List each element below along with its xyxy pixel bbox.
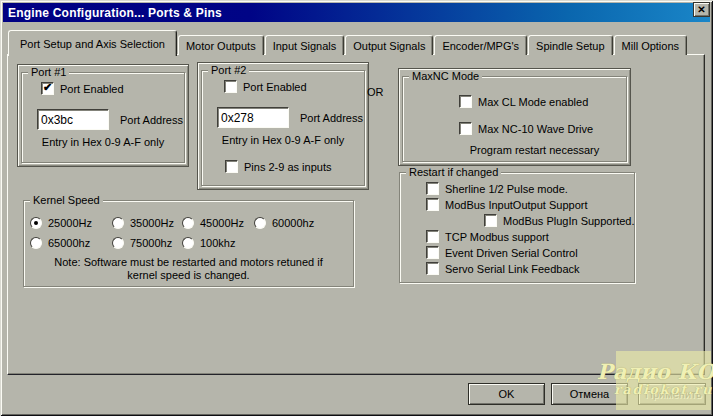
titlebar[interactable]: Engine Configuration... Ports & Pins [3, 3, 710, 22]
maxnc-cl-row: Max CL Mode enabled [459, 95, 588, 108]
or-label: OR [367, 86, 384, 98]
restart-modbus-plugin-checkbox[interactable] [484, 214, 497, 227]
port2-group-title: Port #2 [208, 64, 249, 77]
port2-enabled-row: Port Enabled [224, 80, 307, 93]
restart-event-serial-label: Event Driven Serial Control [445, 247, 578, 259]
restart-modbus-plugin-label: ModBus PlugIn Supported. [503, 215, 634, 227]
tab-port-setup[interactable]: Port Setup and Axis Selection [8, 30, 177, 56]
kernel-35000-row: 35000Hz [112, 217, 174, 229]
kernel-note-line1: Note: Software must be restarted and mot… [24, 256, 353, 268]
port2-address-input[interactable] [217, 107, 289, 128]
kernel-35000-label: 35000Hz [130, 217, 174, 229]
window-title: Engine Configuration... Ports & Pins [8, 6, 222, 20]
kernel-35000-radio[interactable] [112, 217, 124, 229]
port1-enabled-label: Port Enabled [60, 83, 124, 95]
restart-modbus-io-row: ModBus InputOutput Support [426, 198, 587, 211]
kernel-45000-radio[interactable] [182, 217, 194, 229]
tab-panel-port-setup: Port #1 Port Enabled Port Address Entry … [7, 54, 705, 375]
restart-event-serial-checkbox[interactable] [426, 246, 439, 259]
restart-modbus-plugin-row: ModBus PlugIn Supported. [484, 214, 634, 227]
restart-sherline-label: Sherline 1/2 Pulse mode. [445, 183, 568, 195]
maxnc-note: Program restart necessary [443, 144, 626, 156]
kernel-65000-radio[interactable] [30, 237, 42, 249]
kernel-60000-row: 60000hz [254, 217, 314, 229]
tab-encoder-mpgs[interactable]: Encoder/MPG's [434, 35, 527, 55]
kernel-25000-radio[interactable] [30, 217, 42, 229]
restart-tcp-modbus-checkbox[interactable] [426, 230, 439, 243]
kernel-75000-radio[interactable] [112, 237, 124, 249]
restart-event-serial-row: Event Driven Serial Control [426, 246, 578, 259]
restart-tcp-modbus-row: TCP Modbus support [426, 230, 549, 243]
port1-address-input[interactable] [37, 109, 109, 130]
restart-sherline-row: Sherline 1/2 Pulse mode. [426, 182, 568, 195]
close-button[interactable]: ✕ [693, 2, 710, 17]
port2-enabled-label: Port Enabled [243, 81, 307, 93]
restart-group: Restart if changed Sherline 1/2 Pulse mo… [399, 172, 635, 283]
kernel-60000-label: 60000hz [272, 217, 314, 229]
port1-enabled-checkbox[interactable] [41, 82, 54, 95]
kernel-100k-row: 100khz [182, 237, 235, 249]
restart-group-title: Restart if changed [406, 166, 501, 179]
tab-spindle-setup[interactable]: Spindle Setup [528, 35, 613, 55]
close-icon: ✕ [697, 5, 705, 15]
maxnc-wave-label: Max NC-10 Wave Drive [478, 123, 593, 135]
engine-configuration-dialog: Engine Configuration... Ports & Pins ✕ P… [0, 0, 713, 416]
port2-pins-checkbox[interactable] [225, 160, 238, 173]
maxnc-cl-label: Max CL Mode enabled [478, 96, 588, 108]
maxnc-frame: MaxNC Mode Max CL Mode enabled Max NC-10… [398, 68, 631, 166]
port1-address-label: Port Address [120, 114, 183, 126]
port2-frame: Port #2 Port Enabled Port Address Entry … [197, 62, 369, 190]
port2-enabled-checkbox[interactable] [224, 80, 237, 93]
tab-input-signals[interactable]: Input Signals [265, 35, 345, 55]
tab-motor-outputs[interactable]: Motor Outputs [178, 35, 264, 55]
port2-group: Port #2 Port Enabled Port Address Entry … [201, 70, 365, 186]
kernel-65000-row: 65000hz [30, 237, 90, 249]
kernel-25000-label: 25000Hz [48, 217, 92, 229]
kernel-100k-label: 100khz [200, 237, 235, 249]
restart-sherline-checkbox[interactable] [426, 182, 439, 195]
maxnc-wave-row: Max NC-10 Wave Drive [459, 122, 593, 135]
maxnc-group: MaxNC Mode Max CL Mode enabled Max NC-10… [402, 76, 627, 162]
kernel-25000-row: 25000Hz [30, 217, 92, 229]
kernel-100k-radio[interactable] [182, 237, 194, 249]
tab-output-signals[interactable]: Output Signals [345, 35, 433, 55]
port2-hex-hint: Entry in Hex 0-9 A-F only [202, 134, 364, 146]
kernel-note-line2: kernel speed is changed. [24, 269, 353, 281]
port2-address-label: Port Address [300, 112, 363, 124]
maxnc-group-title: MaxNC Mode [409, 70, 482, 83]
kernel-45000-label: 45000Hz [200, 217, 244, 229]
apply-button: Применить [638, 383, 706, 405]
kernel-speed-group-title: Kernel Speed [30, 194, 103, 207]
tab-mill-options[interactable]: Mill Options [614, 35, 687, 55]
ok-button[interactable]: OK [468, 383, 545, 405]
kernel-speed-group: Kernel Speed 25000Hz 35000Hz 45000Hz 600… [23, 200, 354, 287]
kernel-45000-row: 45000Hz [182, 217, 244, 229]
port1-group-title: Port #1 [28, 66, 69, 79]
port1-hex-hint: Entry in Hex 0-9 A-F only [22, 136, 184, 148]
kernel-65000-label: 65000hz [48, 237, 90, 249]
port2-pins-label: Pins 2-9 as inputs [244, 161, 331, 173]
restart-modbus-io-checkbox[interactable] [426, 198, 439, 211]
kernel-75000-row: 75000hz [112, 237, 172, 249]
port1-frame: Port #1 Port Enabled Port Address Entry … [17, 64, 189, 167]
restart-servo-link-row: Servo Serial Link Feedback [426, 262, 580, 275]
port1-enabled-row: Port Enabled [41, 82, 124, 95]
port1-group: Port #1 Port Enabled Port Address Entry … [21, 72, 185, 163]
kernel-60000-radio[interactable] [254, 217, 266, 229]
kernel-75000-label: 75000hz [130, 237, 172, 249]
maxnc-cl-checkbox[interactable] [459, 95, 472, 108]
maxnc-wave-checkbox[interactable] [459, 122, 472, 135]
restart-tcp-modbus-label: TCP Modbus support [445, 231, 549, 243]
tab-strip: Port Setup and Axis Selection Motor Outp… [8, 29, 688, 55]
restart-servo-link-label: Servo Serial Link Feedback [445, 263, 580, 275]
restart-modbus-io-label: ModBus InputOutput Support [445, 199, 587, 211]
restart-servo-link-checkbox[interactable] [426, 262, 439, 275]
cancel-button[interactable]: Отмена [551, 383, 628, 405]
port2-pins-row: Pins 2-9 as inputs [225, 160, 331, 173]
